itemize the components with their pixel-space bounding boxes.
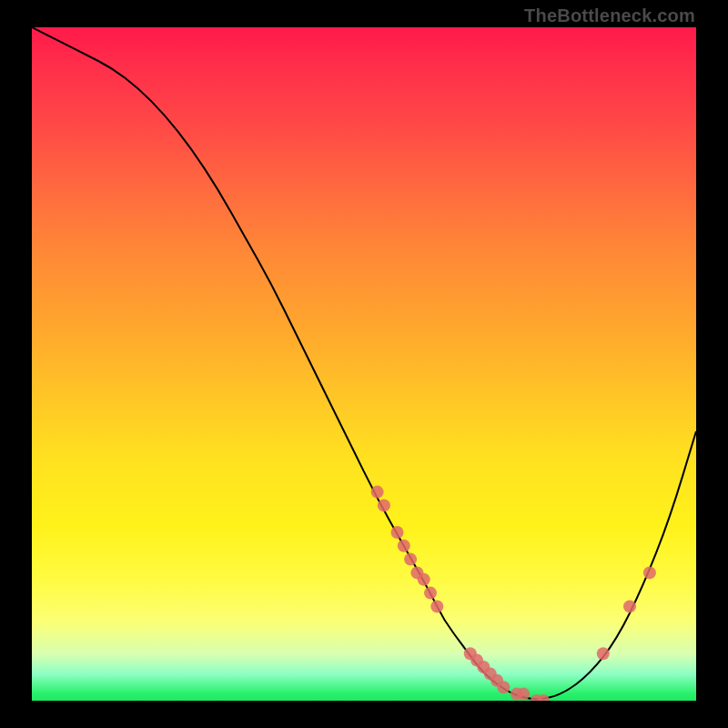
- chart-stage: TheBottleneck.com: [0, 0, 728, 728]
- data-marker: [398, 540, 410, 552]
- data-marker: [623, 600, 636, 612]
- watermark-text: TheBottleneck.com: [524, 5, 695, 26]
- curve-markers: [371, 486, 656, 701]
- data-marker: [418, 573, 430, 586]
- data-marker: [430, 600, 443, 612]
- bottleneck-curve: [32, 27, 696, 699]
- data-marker: [497, 681, 510, 693]
- curve-line: [32, 27, 696, 699]
- chart-svg: [32, 27, 696, 701]
- data-marker: [597, 647, 610, 660]
- data-marker: [391, 526, 404, 539]
- data-marker: [378, 499, 390, 511]
- data-marker: [643, 566, 656, 579]
- data-marker: [404, 553, 417, 566]
- data-marker: [424, 587, 437, 600]
- data-marker: [371, 486, 384, 499]
- plot-area: [32, 27, 696, 701]
- data-marker: [517, 688, 530, 701]
